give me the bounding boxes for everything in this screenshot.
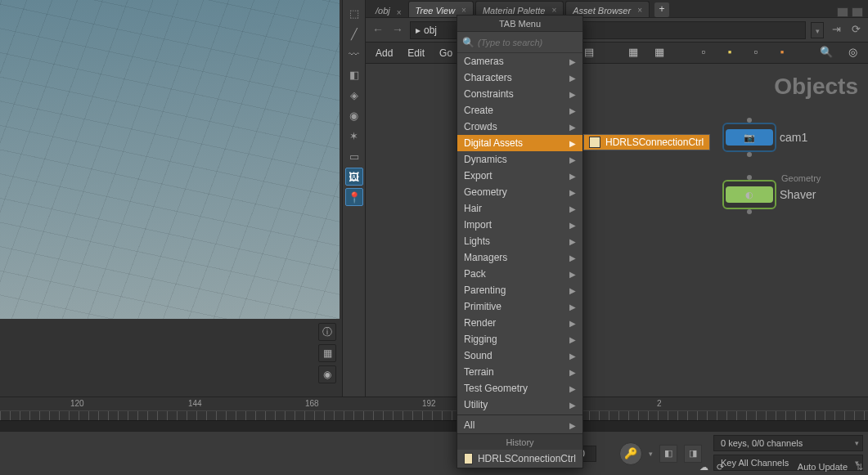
tool-star-icon[interactable]: ✶ [345, 127, 363, 145]
tool-a-icon[interactable]: ⬚ [345, 4, 363, 22]
path-level-box[interactable]: ▸ obj [410, 21, 459, 39]
timeline-strip[interactable] [0, 420, 868, 432]
tab-menu-item[interactable]: Primitive▶ [457, 298, 582, 315]
node-swatch-icon [464, 453, 473, 464]
grid-view-icon[interactable]: ▦ [626, 46, 641, 60]
tab-menu-item[interactable]: Hair▶ [457, 200, 582, 217]
tab-menu-item[interactable]: Import▶ [457, 217, 582, 233]
tool-edge-icon[interactable]: ╱ [345, 25, 363, 43]
tab-menu-item[interactable]: Geometry▶ [457, 184, 582, 200]
search-icon: 🔍 [462, 37, 474, 48]
chevron-right-icon: ▶ [569, 421, 576, 430]
menu-edit[interactable]: Edit [406, 46, 426, 60]
refresh-icon[interactable]: ⟳ [848, 23, 863, 38]
timeline: 120 144 168 192 2 [0, 397, 868, 431]
timeline-tick: 168 [305, 399, 319, 408]
cloud-icon[interactable]: ☁ [699, 462, 708, 473]
search-icon[interactable]: 🔍 [819, 46, 834, 60]
auto-update-label[interactable]: Auto Update [798, 462, 848, 472]
close-path-icon[interactable]: × [397, 8, 408, 17]
nav-forward-button[interactable]: → [390, 23, 405, 38]
menu-go[interactable]: Go [438, 46, 454, 60]
timeline-tick: 120 [70, 399, 84, 408]
tab-menu-item[interactable]: Parenting▶ [457, 282, 582, 298]
tool-image-icon[interactable]: 🖼 [345, 168, 363, 186]
tab-menu-all[interactable]: All ▶ [457, 417, 582, 433]
info-icon[interactable]: ⓘ [318, 323, 336, 341]
node-type-icon: ▸ [416, 25, 421, 36]
node-label: cam1 [780, 131, 807, 144]
tab-menu-item[interactable]: Pack▶ [457, 266, 582, 282]
grid-view2-icon[interactable]: ▦ [652, 46, 667, 60]
tab-menu-item[interactable]: Dynamics▶ [457, 151, 582, 168]
image-icon[interactable]: ▫ [749, 46, 763, 60]
chevron-right-icon: ▶ [569, 335, 576, 344]
tab-menu-item[interactable]: Constraints▶ [457, 86, 582, 102]
add-tab-button[interactable]: + [654, 2, 669, 17]
chevron-right-icon: ▶ [569, 106, 576, 115]
tab-menu-item[interactable]: Render▶ [457, 315, 582, 331]
target-icon[interactable]: ◎ [845, 46, 860, 60]
tab-menu-item[interactable]: Crowds▶ [457, 119, 582, 135]
tool-pin-icon[interactable]: 📍 [345, 188, 363, 206]
node-geo[interactable]: Geometry ◐ Shaver [726, 186, 816, 203]
viewport-3d[interactable] [0, 0, 340, 319]
tab-menu-item[interactable]: Create▶ [457, 102, 582, 119]
tab-menu-history-item[interactable]: HDRLSConnectionCtrl [457, 450, 582, 468]
tab-menu-item[interactable]: Managers▶ [457, 249, 582, 266]
tool-curve-icon[interactable]: 〰 [345, 45, 363, 63]
tool-cube-icon[interactable]: ◈ [345, 86, 363, 104]
node-sublabel: Geometry [781, 173, 821, 183]
dropdown-icon: ▾ [855, 439, 859, 447]
folder-icon[interactable]: ▪ [775, 46, 789, 60]
camera-toggle-icon[interactable]: ◉ [318, 365, 336, 383]
tool-sphere-icon[interactable]: ◉ [345, 106, 363, 124]
network-canvas[interactable]: Objects 📷 cam1 Geometry ◐ Shaver [366, 64, 868, 397]
tab-menu-item[interactable]: Lights▶ [457, 233, 582, 249]
tab-menu-history-title: History [457, 433, 582, 450]
tab-menu-item[interactable]: Cameras▶ [457, 53, 582, 69]
close-tab-icon[interactable]: × [637, 6, 642, 15]
menu-add[interactable]: Add [374, 46, 394, 60]
note-icon[interactable]: ▪ [722, 46, 737, 60]
tab-menu-search[interactable]: 🔍 [457, 32, 582, 53]
node-cam[interactable]: 📷 cam1 [726, 129, 807, 146]
tool-poly-icon[interactable]: ◧ [345, 65, 363, 83]
nav-back-button[interactable]: ← [371, 23, 385, 38]
save-icon[interactable]: ▫ [696, 46, 711, 60]
node-swatch-icon [589, 137, 600, 148]
close-tab-icon[interactable]: × [461, 6, 466, 15]
chevron-right-icon: ▶ [569, 74, 576, 83]
tab-menu-item[interactable]: Characters▶ [457, 69, 582, 86]
page-icon[interactable]: ▤ [582, 46, 596, 60]
network-panel: /obj × Tree View× Material Palette× Asse… [365, 0, 868, 397]
grid-icon[interactable]: ▦ [318, 344, 336, 362]
tool-rect-icon[interactable]: ▭ [345, 147, 363, 165]
tab-menu-item[interactable]: Digital Assets▶ [457, 135, 582, 151]
viewport-lower: ⓘ ▦ ◉ [0, 319, 340, 397]
tab-menu-submenu-item[interactable]: HDRLSConnectionCtrl [583, 134, 710, 150]
tab-menu-item[interactable]: Terrain▶ [457, 364, 582, 380]
keys-info-box[interactable]: 0 keys, 0/0 channels ▾ [713, 435, 863, 451]
chevron-right-icon: ▶ [569, 90, 576, 99]
tab-menu-title: TAB Menu [457, 16, 582, 32]
anim-toggle-a[interactable]: ◧ [659, 445, 677, 463]
tab-menu-item[interactable]: Test Geometry▶ [457, 380, 582, 397]
window-min-icon[interactable] [837, 7, 848, 17]
close-tab-icon[interactable]: × [551, 6, 556, 15]
tab-menu-item[interactable]: Rigging▶ [457, 331, 582, 347]
refresh-icon[interactable]: ⟳ [717, 462, 724, 473]
timeline-ruler[interactable]: 120 144 168 192 2 [0, 397, 868, 420]
window-max-icon[interactable] [852, 7, 863, 17]
tab-menu-item[interactable]: Utility▶ [457, 397, 582, 413]
path-dropdown-icon[interactable]: ▾ [811, 22, 824, 38]
chevron-right-icon: ▶ [569, 123, 576, 132]
chevron-right-icon: ▶ [569, 352, 576, 361]
tab-menu-item[interactable]: Sound▶ [457, 347, 582, 364]
key-button[interactable]: 🔑 [619, 442, 642, 465]
pin-toggle-icon[interactable]: ⇥ [829, 23, 843, 38]
tab-menu-item[interactable]: Export▶ [457, 168, 582, 184]
updown-icon[interactable]: ⇅ [856, 462, 863, 473]
chevron-right-icon: ▶ [569, 57, 576, 66]
tab-menu-search-input[interactable] [478, 38, 591, 47]
